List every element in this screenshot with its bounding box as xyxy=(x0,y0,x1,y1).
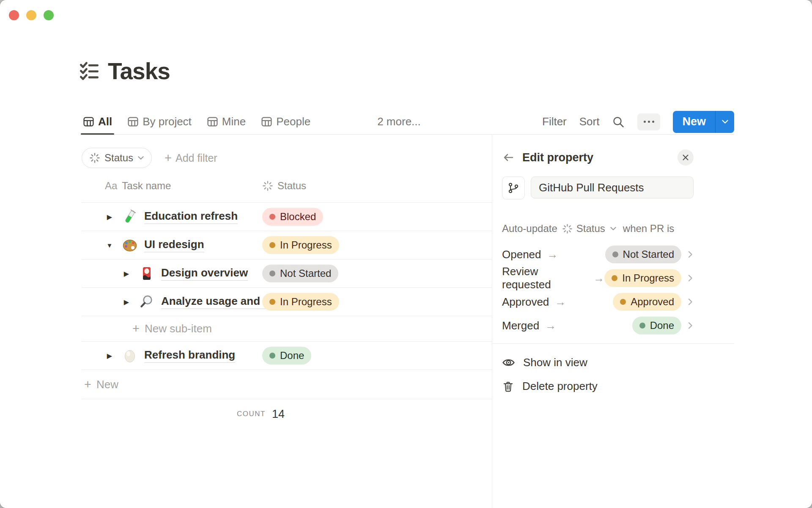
status-cell[interactable]: Blocked xyxy=(262,208,323,226)
new-dropdown-button[interactable] xyxy=(715,111,734,133)
edit-property-panel: Edit property Auto-update Status when PR… xyxy=(492,134,734,508)
mapping-row-merged: Merged → Done xyxy=(502,314,694,337)
status-dot xyxy=(269,242,275,248)
status-select[interactable]: In Progress xyxy=(604,269,681,287)
chevron-right-icon[interactable] xyxy=(687,322,694,329)
tab-all[interactable]: All xyxy=(82,109,113,134)
sort-button[interactable]: Sort xyxy=(579,115,600,128)
maps-to-arrow-icon: → xyxy=(547,248,558,261)
new-button[interactable]: New xyxy=(673,111,715,133)
table-row: ▶ Analyze usage and behavior In Progress xyxy=(82,288,492,316)
action-label: Delete property xyxy=(522,380,598,393)
task-title[interactable]: UI redesign xyxy=(144,238,204,252)
chevron-right-icon[interactable] xyxy=(687,251,694,258)
search-icon[interactable] xyxy=(612,116,625,128)
status-dot xyxy=(269,271,275,276)
add-filter-button[interactable]: + Add filter xyxy=(165,152,217,164)
column-label: Task name xyxy=(122,180,171,192)
tab-label: People xyxy=(276,115,310,128)
task-title[interactable]: Design overview xyxy=(161,266,248,281)
status-filter-chip[interactable]: Status xyxy=(82,148,152,168)
status-label: Blocked xyxy=(280,211,316,223)
property-name-row xyxy=(502,177,694,199)
column-header-status[interactable]: Status xyxy=(262,180,306,192)
close-icon xyxy=(682,154,689,161)
auto-update-property-select[interactable]: Status xyxy=(576,223,605,235)
status-label: Done xyxy=(650,320,674,331)
status-label: Approved xyxy=(631,296,674,308)
status-dot xyxy=(269,214,275,220)
expand-toggle-icon[interactable]: ▶ xyxy=(121,270,132,278)
show-in-view-button[interactable]: Show in view xyxy=(502,351,694,374)
column-header-task-name[interactable]: Aa Task name xyxy=(82,180,171,192)
expand-toggle-icon[interactable]: ▶ xyxy=(104,352,115,360)
status-burst-icon xyxy=(262,180,273,191)
new-sub-item-button[interactable]: + New sub-item xyxy=(82,316,492,342)
chevron-down-icon xyxy=(721,119,729,125)
status-cell[interactable]: Done xyxy=(262,347,311,364)
add-filter-label: Add filter xyxy=(176,152,217,164)
status-dot xyxy=(620,299,626,305)
chevron-right-icon[interactable] xyxy=(687,298,694,306)
table-view-icon xyxy=(261,116,272,127)
mapping-row-opened: Opened → Not Started xyxy=(502,243,694,266)
window-controls xyxy=(9,10,54,20)
table-header-row: Aa Task name Status xyxy=(82,169,492,203)
status-cell[interactable]: In Progress xyxy=(262,236,339,254)
tab-mine[interactable]: Mine xyxy=(206,109,247,134)
new-sub-item-label: New sub-item xyxy=(145,322,212,335)
tab-label: By project xyxy=(143,115,192,128)
column-label: Status xyxy=(277,180,306,192)
status-select[interactable]: Not Started xyxy=(605,246,681,263)
chevron-down-icon[interactable] xyxy=(610,226,617,232)
more-views-button[interactable]: 2 more... xyxy=(377,115,421,128)
close-panel-button[interactable] xyxy=(678,149,694,166)
ellipsis-menu-button[interactable] xyxy=(637,113,660,130)
delete-property-button[interactable]: Delete property xyxy=(502,374,694,398)
plus-icon: + xyxy=(132,323,140,335)
expand-toggle-icon[interactable]: ▶ xyxy=(121,298,132,306)
count-value: 14 xyxy=(272,408,285,421)
status-label: Not Started xyxy=(280,268,331,279)
test-tube-icon xyxy=(122,209,137,224)
status-select[interactable]: Done xyxy=(632,317,681,334)
task-title[interactable]: Refresh branding xyxy=(144,348,235,363)
task-title[interactable]: Education refresh xyxy=(144,210,238,224)
app-window: Tasks All By project Mine People 2 more.… xyxy=(0,0,812,508)
new-task-button[interactable]: + New xyxy=(82,370,492,399)
back-arrow-icon[interactable] xyxy=(502,151,515,164)
magnifying-glass-icon xyxy=(139,294,154,309)
status-select[interactable]: Approved xyxy=(613,293,681,311)
table-view-icon xyxy=(207,116,218,127)
view-toolbar: Filter Sort New xyxy=(542,111,734,133)
collapse-toggle-icon[interactable]: ▼ xyxy=(104,242,115,249)
status-label: In Progress xyxy=(280,239,332,251)
property-name-input[interactable] xyxy=(531,177,694,199)
zoom-window-button[interactable] xyxy=(44,10,54,20)
panel-actions: Show in view Delete property xyxy=(502,351,694,398)
expand-toggle-icon[interactable]: ▶ xyxy=(104,213,115,221)
tab-people[interactable]: People xyxy=(260,109,312,134)
auto-update-prefix: Auto-update xyxy=(502,223,557,235)
status-label: Not Started xyxy=(623,248,674,260)
status-dot xyxy=(639,323,645,329)
mapping-row-review-requested: Review requested → In Progress xyxy=(502,266,694,290)
pr-event-label: Opened xyxy=(502,248,541,261)
status-label: Done xyxy=(280,350,304,362)
status-cell[interactable]: In Progress xyxy=(262,293,339,311)
auto-update-suffix: when PR is xyxy=(623,223,674,235)
filter-button[interactable]: Filter xyxy=(542,115,567,128)
flower-card-icon xyxy=(139,266,154,281)
checklist-icon xyxy=(79,61,99,81)
count-calculation-button[interactable]: COUNT xyxy=(237,410,266,418)
property-type-button[interactable] xyxy=(502,177,525,199)
action-label: Show in view xyxy=(523,356,587,369)
minimize-window-button[interactable] xyxy=(26,10,36,20)
status-cell[interactable]: Not Started xyxy=(262,265,338,282)
plus-icon: + xyxy=(165,152,172,164)
new-button-group: New xyxy=(673,111,734,133)
close-window-button[interactable] xyxy=(9,10,19,20)
page-title: Tasks xyxy=(108,58,170,85)
tab-by-project[interactable]: By project xyxy=(126,109,193,134)
chevron-right-icon[interactable] xyxy=(687,274,694,282)
